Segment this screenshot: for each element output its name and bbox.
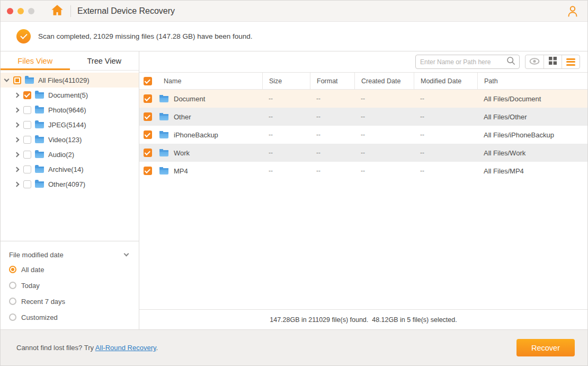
date-filter-option[interactable]: Customized <box>9 309 130 325</box>
expand-chevron-icon[interactable] <box>14 181 20 187</box>
row-checkbox[interactable] <box>144 112 152 121</box>
search-input[interactable] <box>420 58 506 66</box>
tree-item-label: Archive(14) <box>48 165 83 173</box>
path-cell: All Files/Other <box>477 113 587 121</box>
folder-icon <box>35 167 44 173</box>
table-empty-area <box>139 180 587 309</box>
title-bar: External Device Recovery <box>1 1 587 22</box>
home-button[interactable] <box>50 3 64 19</box>
tree-item-checkbox[interactable] <box>13 76 21 84</box>
tree-item[interactable]: Photo(9646) <box>1 102 139 117</box>
file-table: Document -- -- -- -- All Files/Document … <box>139 90 587 180</box>
size-cell: -- <box>262 167 310 175</box>
modified-date-cell: -- <box>414 95 477 102</box>
table-row[interactable]: Other -- -- -- -- All Files/Other <box>139 108 587 126</box>
expand-chevron-icon[interactable] <box>14 92 20 98</box>
date-filter-option[interactable]: Recent 7 days <box>9 293 130 309</box>
tree-item[interactable]: All Files(411029) <box>1 73 139 88</box>
tree-item-checkbox[interactable] <box>23 136 31 144</box>
column-header-created-date[interactable]: Created Date <box>354 73 414 89</box>
all-round-recovery-link[interactable]: All-Round Recovery <box>95 344 156 352</box>
date-filter-option[interactable]: All date <box>9 262 130 277</box>
tree-item[interactable]: Archive(14) <box>1 162 139 177</box>
column-header-path[interactable]: Path <box>477 73 587 89</box>
date-filter-title: File modified date <box>9 251 64 259</box>
row-checkbox[interactable] <box>144 149 152 157</box>
select-all-checkbox[interactable] <box>144 77 152 85</box>
tree-item-checkbox[interactable] <box>23 165 31 173</box>
column-header-format[interactable]: Format <box>310 73 354 89</box>
folder-icon <box>159 114 168 120</box>
name-cell: Work <box>157 149 262 157</box>
date-filter-header[interactable]: File modified date <box>9 248 130 262</box>
radio-label: Recent 7 days <box>21 298 65 306</box>
format-cell: -- <box>310 149 354 156</box>
tree-item-checkbox[interactable] <box>23 106 31 114</box>
tab-files-view[interactable]: Files View <box>1 51 70 70</box>
folder-icon <box>35 152 44 158</box>
list-view-button[interactable] <box>562 55 580 68</box>
file-type-tree: All Files(411029) Document(5) Photo(9646… <box>1 71 139 191</box>
expand-chevron-icon[interactable] <box>14 167 20 172</box>
radio-icon[interactable] <box>9 266 16 273</box>
expand-chevron-icon[interactable] <box>14 107 20 112</box>
tree-item-checkbox[interactable] <box>23 151 31 159</box>
radio-icon[interactable] <box>9 313 16 321</box>
path-cell: All Files/Document <box>477 95 587 103</box>
grid-view-button[interactable] <box>544 55 562 68</box>
table-row[interactable]: Work -- -- -- -- All Files/Work <box>139 144 587 162</box>
date-filter-panel: File modified date All date Today Recent… <box>1 241 139 329</box>
table-row[interactable]: MP4 -- -- -- -- All Files/MP4 <box>139 162 587 180</box>
tree-item[interactable]: Document(5) <box>1 88 139 102</box>
tree-item-checkbox[interactable] <box>23 91 31 99</box>
tree-item-checkbox[interactable] <box>23 121 31 129</box>
created-date-cell: -- <box>354 113 414 120</box>
row-checkbox-cell <box>139 94 157 103</box>
row-checkbox[interactable] <box>144 167 152 175</box>
file-name: MP4 <box>174 167 188 175</box>
tree-item[interactable]: Audio(2) <box>1 147 139 162</box>
sidebar-spacer <box>1 191 139 241</box>
column-header-modified-date[interactable]: Modified Date <box>414 73 477 89</box>
folder-icon <box>159 132 168 138</box>
row-checkbox[interactable] <box>144 130 152 139</box>
modified-date-cell: -- <box>414 149 477 156</box>
expand-chevron-icon[interactable] <box>4 77 10 82</box>
scan-status-message: Scan completed, 21029 missing files (147… <box>38 32 253 40</box>
radio-icon[interactable] <box>9 282 16 289</box>
table-row[interactable]: Document -- -- -- -- All Files/Document <box>139 90 587 108</box>
folder-icon <box>35 122 44 128</box>
footer-bar: Cannot find lost files? Try All-Round Re… <box>1 329 587 365</box>
tree-item[interactable]: Video(123) <box>1 132 139 147</box>
modified-date-cell: -- <box>414 167 477 175</box>
column-header-name[interactable]: Name <box>157 73 262 89</box>
preview-toggle-button[interactable] <box>525 55 544 68</box>
zoom-window-button[interactable] <box>28 8 34 14</box>
account-button[interactable] <box>566 5 579 20</box>
radio-label: Customized <box>21 313 58 321</box>
name-cell: Document <box>157 95 262 103</box>
date-filter-option[interactable]: Today <box>9 277 130 293</box>
search-icon[interactable] <box>506 56 515 67</box>
tree-item[interactable]: Other(4097) <box>1 177 139 191</box>
minimize-window-button[interactable] <box>17 8 24 14</box>
radio-icon[interactable] <box>9 298 16 305</box>
created-date-cell: -- <box>354 167 414 175</box>
tree-item-checkbox[interactable] <box>23 180 31 188</box>
close-window-button[interactable] <box>7 8 13 14</box>
row-checkbox-cell <box>139 167 157 175</box>
expand-chevron-icon[interactable] <box>14 137 20 142</box>
tab-tree-view[interactable]: Tree View <box>70 51 139 70</box>
row-checkbox[interactable] <box>144 94 152 103</box>
date-filter-options: All date Today Recent 7 days Customized <box>9 262 130 325</box>
created-date-cell: -- <box>354 149 414 156</box>
tree-item[interactable]: JPEG(5144) <box>1 117 139 132</box>
main-panel: NameSizeFormatCreated DateModified DateP… <box>139 51 587 329</box>
column-header-size[interactable]: Size <box>262 73 310 89</box>
size-cell: -- <box>262 131 310 138</box>
expand-chevron-icon[interactable] <box>14 152 20 157</box>
expand-chevron-icon[interactable] <box>14 122 20 127</box>
size-cell: -- <box>262 149 310 156</box>
recover-button[interactable]: Recover <box>516 339 575 356</box>
table-row[interactable]: iPhoneBackup -- -- -- -- All Files/iPhon… <box>139 126 587 144</box>
